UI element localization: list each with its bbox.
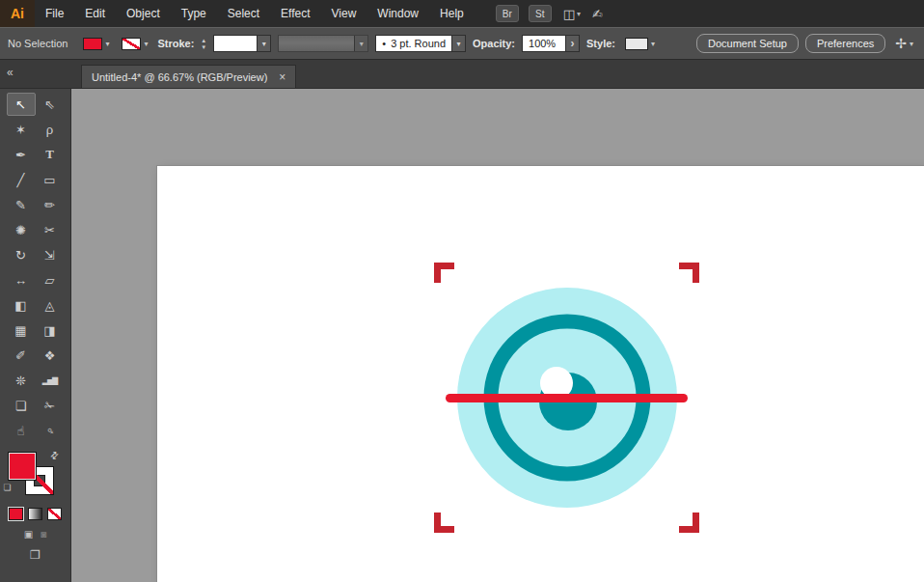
- artboard-tool[interactable]: ❏: [7, 394, 36, 417]
- style-dropdown[interactable]: ▾: [622, 36, 658, 52]
- lasso-tool[interactable]: ρ: [36, 118, 65, 141]
- artboard[interactable]: [157, 166, 924, 582]
- gradient-button[interactable]: [28, 508, 42, 520]
- stroke-color-dropdown[interactable]: ▾: [119, 36, 150, 52]
- eyedropper-tool[interactable]: ✐: [7, 344, 36, 367]
- column-graph-tool[interactable]: ▂▅▇: [36, 369, 65, 392]
- menu-type[interactable]: Type: [171, 0, 217, 27]
- crop-mark-top-left[interactable]: [434, 263, 454, 283]
- crop-mark-bottom-left[interactable]: [434, 513, 454, 533]
- mesh-tool[interactable]: ▦: [7, 319, 36, 342]
- shape-builder-tool[interactable]: ◧: [7, 293, 36, 317]
- control-bar: No Selection ▾ ▾ Stroke: ▲ ▼ ▾ ▾ • 3 pt.…: [0, 27, 924, 60]
- crop-mark-top-right[interactable]: [679, 263, 699, 283]
- type-tool[interactable]: T: [36, 143, 65, 166]
- stepper-up-icon: ▲: [201, 38, 206, 43]
- pen-tool[interactable]: ✒: [7, 143, 36, 166]
- arrange-documents-button[interactable]: ◫ ▾: [563, 7, 581, 21]
- fill-stroke-widget: ⇄ ❏: [5, 452, 67, 498]
- brush-definition-value: • 3 pt. Round: [376, 36, 451, 51]
- canvas-area: [71, 89, 924, 582]
- stroke-none-swatch: [122, 38, 141, 50]
- illustrator-logo[interactable]: Ai: [0, 0, 35, 27]
- menu-bar: Ai File Edit Object Type Select Effect V…: [0, 0, 924, 27]
- menu-select[interactable]: Select: [217, 0, 270, 27]
- width-profile-dropdown[interactable]: ▾: [278, 35, 368, 52]
- scale-tool[interactable]: ⇲: [36, 243, 65, 266]
- chevron-down-icon: ▾: [577, 10, 581, 18]
- fill-swatch[interactable]: [8, 452, 37, 481]
- style-swatch: [625, 38, 648, 50]
- stroke-weight-value: [214, 36, 257, 51]
- perspective-grid-tool[interactable]: ◬: [36, 293, 65, 317]
- workspace-switcher-icon: ✢: [895, 36, 907, 51]
- brush-definition-dropdown[interactable]: • 3 pt. Round ▾: [375, 35, 466, 52]
- color-button[interactable]: [9, 508, 23, 520]
- direct-selection-tool[interactable]: ⇖: [36, 93, 65, 116]
- stroke-label: Stroke:: [157, 38, 194, 49]
- style-label: Style:: [586, 38, 615, 49]
- draw-inside-button[interactable]: ◙: [41, 529, 46, 540]
- chevron-down-icon: ▾: [651, 40, 655, 48]
- eye-artwork: [157, 166, 924, 582]
- fill-color-swatch: [83, 38, 102, 50]
- width-tool[interactable]: ↔: [7, 268, 36, 291]
- menu-window[interactable]: Window: [367, 0, 429, 27]
- menu-view[interactable]: View: [321, 0, 367, 27]
- blob-brush-tool[interactable]: ✺: [7, 218, 36, 241]
- draw-normal-button[interactable]: ▣: [24, 529, 33, 540]
- stepper-down-icon: ▼: [201, 44, 206, 50]
- none-button[interactable]: [47, 508, 62, 520]
- chevron-down-icon: ▾: [257, 36, 270, 51]
- chevron-down-icon: ▾: [354, 36, 367, 51]
- preferences-button[interactable]: Preferences: [805, 34, 885, 53]
- appearance-buttons: [0, 508, 70, 520]
- stroke-weight-stepper[interactable]: ▲ ▼: [201, 38, 206, 50]
- document-tab-strip: « Untitled-4* @ 66.67% (RGB/Preview) ×: [0, 60, 924, 89]
- free-transform-tool[interactable]: ▱: [36, 268, 65, 291]
- line-segment-tool[interactable]: ╱: [7, 168, 36, 191]
- pencil-tool[interactable]: ✏: [36, 193, 65, 216]
- menu-help[interactable]: Help: [429, 0, 475, 27]
- default-fill-stroke-icon[interactable]: ❏: [4, 483, 12, 492]
- document-tab[interactable]: Untitled-4* @ 66.67% (RGB/Preview) ×: [81, 65, 296, 88]
- selection-status: No Selection: [8, 38, 68, 49]
- menu-effect[interactable]: Effect: [270, 0, 320, 27]
- selection-tool[interactable]: ↖: [7, 93, 36, 116]
- workspace-switcher-button[interactable]: ✢ ▾: [892, 34, 916, 53]
- bridge-button[interactable]: Br: [496, 5, 519, 22]
- gradient-tool[interactable]: ◨: [36, 319, 65, 342]
- zoom-tool[interactable]: ♀: [31, 412, 68, 449]
- tools-panel: ↖ ⇖ ✶ ρ ✒ T ╱ ▭ ✎ ✏ ✺ ✂ ↻ ⇲ ↔ ▱ ◧ ◬ ▦ ◨ …: [0, 89, 71, 582]
- swap-fill-stroke-icon[interactable]: ⇄: [47, 449, 61, 462]
- opacity-dropdown[interactable]: 100% ›: [522, 35, 580, 52]
- stock-button[interactable]: St: [529, 5, 552, 22]
- document-setup-button[interactable]: Document Setup: [696, 34, 799, 53]
- symbol-sprayer-tool[interactable]: ❊: [7, 369, 36, 392]
- chevron-down-icon: ▾: [910, 40, 913, 48]
- blend-tool[interactable]: ❖: [36, 344, 65, 367]
- tools-grid: ↖ ⇖ ✶ ρ ✒ T ╱ ▭ ✎ ✏ ✺ ✂ ↻ ⇲ ↔ ▱ ◧ ◬ ▦ ◨ …: [0, 89, 70, 442]
- rectangle-tool[interactable]: ▭: [36, 168, 65, 191]
- red-strike-line[interactable]: [446, 394, 688, 402]
- close-icon[interactable]: ×: [279, 70, 285, 84]
- brush-dot-icon: •: [382, 38, 386, 49]
- menu-edit[interactable]: Edit: [74, 0, 116, 27]
- opacity-value: 100%: [523, 36, 565, 51]
- paintbrush-tool[interactable]: ✎: [7, 193, 36, 216]
- magic-wand-tool[interactable]: ✶: [7, 118, 36, 141]
- fill-color-dropdown[interactable]: ▾: [80, 36, 112, 52]
- hand-tool[interactable]: ☝: [7, 419, 36, 442]
- collapse-panel-button[interactable]: «: [7, 66, 14, 79]
- menu-object[interactable]: Object: [116, 0, 171, 27]
- stroke-weight-dropdown[interactable]: ▾: [213, 35, 271, 52]
- crop-mark-bottom-right[interactable]: [679, 513, 699, 533]
- brush-name: 3 pt. Round: [391, 38, 446, 49]
- touch-workspace-button[interactable]: ✍: [592, 7, 603, 21]
- menu-file[interactable]: File: [35, 0, 74, 27]
- opacity-label: Opacity:: [473, 38, 515, 49]
- scissors-tool[interactable]: ✂: [36, 218, 65, 241]
- illustrator-window: Ai File Edit Object Type Select Effect V…: [0, 0, 924, 582]
- rotate-tool[interactable]: ↻: [7, 243, 36, 266]
- screen-mode-button[interactable]: ❐: [30, 548, 41, 562]
